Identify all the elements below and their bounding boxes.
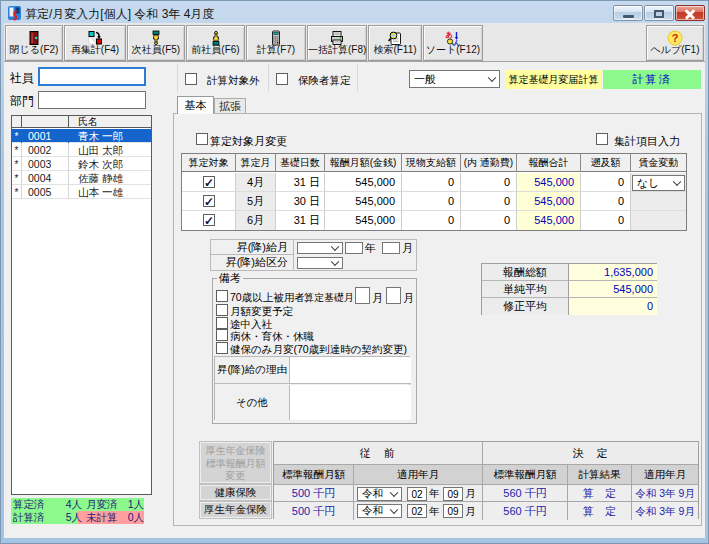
insurer-calc-label: 保険者算定 bbox=[298, 74, 351, 88]
department-input[interactable] bbox=[38, 91, 146, 109]
total-compensation-label: 報酬総額 bbox=[482, 264, 569, 281]
minimize-button[interactable] bbox=[613, 5, 643, 21]
decision-grid: 従 前 決 定 標準報酬月額 適用年月 標準報酬月額 計算結果 適用年月 500… bbox=[273, 441, 699, 519]
target-checkbox[interactable]: ✓ bbox=[203, 214, 215, 226]
status-row-1: 算定済 4人 月変済 1人 bbox=[11, 498, 144, 511]
tab-extended[interactable]: 拡張 bbox=[214, 98, 246, 113]
raise-reason-input[interactable] bbox=[290, 357, 411, 384]
over70-checkbox[interactable] bbox=[216, 290, 228, 302]
previous-employee-button[interactable]: 前社員(F6) bbox=[186, 25, 245, 61]
kenpo-only-checkbox[interactable] bbox=[216, 342, 228, 354]
employee-row[interactable]: * 0002 山田 太郎 bbox=[12, 143, 151, 157]
search-button[interactable]: 検索(F11) bbox=[368, 25, 422, 61]
not-calc-count: 0人 bbox=[121, 511, 144, 524]
pension-standard-change-button[interactable]: 厚生年金保険 標準報酬月額 変更 bbox=[200, 442, 271, 483]
batch-calculate-button[interactable]: 一括計算(F8) bbox=[307, 25, 367, 61]
apply-month-input[interactable]: 09 bbox=[443, 487, 463, 501]
retro-cell[interactable]: 0 bbox=[581, 192, 631, 211]
wage-change-select[interactable]: なし bbox=[632, 175, 685, 191]
tab-basic[interactable]: 基本 bbox=[177, 96, 214, 114]
base-month-input-1[interactable] bbox=[355, 287, 370, 304]
salary-cell[interactable]: 545,000 bbox=[325, 211, 402, 230]
in-kind-cell[interactable]: 0 bbox=[402, 173, 461, 192]
column-header: (内 通勤費) bbox=[461, 154, 517, 172]
raise-month-input[interactable] bbox=[382, 242, 400, 254]
column-header: 遡及額 bbox=[581, 154, 631, 172]
target-month-change-checkbox[interactable] bbox=[196, 133, 208, 145]
monthly-change-plan-label: 月額変更予定 bbox=[230, 305, 293, 319]
row-target-cell: ✓ bbox=[182, 173, 236, 192]
category-select[interactable]: 一般 bbox=[409, 70, 500, 88]
column-header: 算定対象 bbox=[182, 154, 236, 172]
app-window: 算定/月変入力[個人] 令和 3年 4月度 閉じる(F2) 再集計(F4) bbox=[0, 0, 709, 544]
chevron-down-icon bbox=[390, 506, 398, 514]
sick-leave-checkbox[interactable] bbox=[216, 329, 228, 341]
monthly-change-plan-checkbox[interactable] bbox=[216, 304, 228, 316]
decided-apply-header: 適用年月 bbox=[632, 465, 698, 485]
era-select[interactable]: 令和 bbox=[357, 504, 402, 518]
salary-cell[interactable]: 545,000 bbox=[325, 173, 402, 192]
chevron-down-icon bbox=[488, 74, 496, 82]
month-cell: 4月 bbox=[236, 173, 276, 192]
employee-row[interactable]: * 0005 山本 一雄 bbox=[12, 185, 151, 199]
close-button[interactable] bbox=[675, 5, 705, 21]
calc-banner: 算定基礎月変届計算 bbox=[506, 70, 601, 89]
adjusted-average-value: 0 bbox=[569, 298, 657, 315]
name-column-header: 氏名 bbox=[69, 116, 151, 128]
maximize-button[interactable] bbox=[644, 5, 674, 21]
insurer-calc-checkbox[interactable] bbox=[276, 73, 288, 85]
commute-cell[interactable]: 0 bbox=[461, 173, 517, 192]
other-input[interactable] bbox=[290, 385, 411, 420]
apply-year-input[interactable]: 02 bbox=[407, 487, 427, 501]
base-month-input-2[interactable] bbox=[386, 287, 401, 304]
before-amount-cell: 500 千円 bbox=[274, 502, 354, 520]
next-employee-button[interactable]: 次社員(F5) bbox=[127, 25, 185, 61]
target-checkbox[interactable]: ✓ bbox=[203, 176, 215, 188]
target-month-change-label: 算定対象月変更 bbox=[210, 134, 287, 149]
chevron-down-icon bbox=[331, 258, 339, 266]
in-kind-cell[interactable]: 0 bbox=[402, 211, 461, 230]
raise-category-label: 昇(降)給区分 bbox=[211, 255, 294, 270]
commute-cell[interactable]: 0 bbox=[461, 192, 517, 211]
calc-done-label: 計算済 bbox=[13, 511, 45, 524]
status-row-2: 計算済 5人 未計算 0人 bbox=[11, 511, 144, 524]
summary-item-input-checkbox[interactable] bbox=[596, 133, 608, 145]
decided-amount-cell: 560 千円 bbox=[483, 485, 568, 502]
apply-year-input[interactable]: 02 bbox=[407, 504, 427, 518]
total-cell: 545,000 bbox=[517, 211, 581, 230]
total-cell: 545,000 bbox=[517, 173, 581, 192]
help-button[interactable]: ? ヘルプ(F1) bbox=[646, 25, 704, 61]
retro-cell[interactable]: 0 bbox=[581, 211, 631, 230]
employee-code-input[interactable] bbox=[38, 67, 146, 86]
totals-table: 報酬総額 1,635,000 単純平均 545,000 修正平均 0 bbox=[481, 263, 657, 315]
column-header: 報酬月額(金銭) bbox=[325, 154, 402, 172]
employee-row[interactable]: * 0004 佐藤 静雄 bbox=[12, 171, 151, 185]
midyear-join-checkbox[interactable] bbox=[216, 317, 228, 329]
target-checkbox[interactable]: ✓ bbox=[203, 195, 215, 207]
raise-reason-label: 昇(降)給の理由 bbox=[215, 357, 290, 384]
retro-cell[interactable]: 0 bbox=[581, 173, 631, 192]
decided-monthly-header: 標準報酬月額 bbox=[483, 465, 568, 485]
title-bar[interactable]: 算定/月変入力[個人] 令和 3年 4月度 bbox=[1, 1, 709, 23]
apply-month-input[interactable]: 09 bbox=[443, 504, 463, 518]
raise-month-select[interactable] bbox=[297, 242, 343, 254]
recalculate-button[interactable]: 再集計(F4) bbox=[64, 25, 126, 61]
employee-row[interactable]: * 0001 青木 一郎 bbox=[12, 129, 151, 143]
employee-row[interactable]: * 0003 鈴木 次郎 bbox=[12, 157, 151, 171]
raise-year-input[interactable] bbox=[345, 242, 363, 254]
column-header: 算定月 bbox=[236, 154, 276, 172]
salary-cell[interactable]: 545,000 bbox=[325, 192, 402, 211]
commute-cell[interactable]: 0 bbox=[461, 211, 517, 230]
raise-category-select[interactable] bbox=[297, 257, 343, 269]
month-cell: 5月 bbox=[236, 192, 276, 211]
era-select[interactable]: 令和 bbox=[357, 487, 402, 501]
employee-label: 社員 bbox=[10, 70, 34, 87]
exclude-calc-checkbox[interactable] bbox=[185, 73, 197, 85]
base-days-cell: 31日 bbox=[276, 211, 325, 230]
chevron-down-icon bbox=[673, 177, 681, 185]
close-window-button[interactable]: 閉じる(F2) bbox=[5, 25, 63, 61]
sort-button[interactable]: あん ソート(F12) bbox=[423, 25, 483, 61]
in-kind-cell[interactable]: 0 bbox=[402, 192, 461, 211]
calculate-button[interactable]: 計算(F7) bbox=[246, 25, 306, 61]
app-icon bbox=[7, 5, 22, 21]
